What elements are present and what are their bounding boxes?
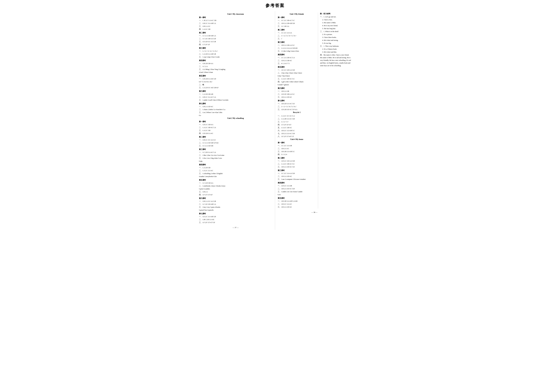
answer-line: 二、1.D 2.A 3.B 4.C <box>278 59 316 62</box>
answer-line: 一、1.B 2.B 3.A 4.B 5.A 6.B <box>278 200 316 203</box>
answer-line: 5.pens 6.candies <box>199 188 272 190</box>
lesson-title: 第五课时 <box>199 75 272 77</box>
lesson-title: 第一课时 <box>278 141 316 144</box>
answer-line: 四、1.D 2.B 3.A 4.C <box>199 132 272 135</box>
answer-line: 二、1.C 2.E 3.B 4.A 5.D <box>199 37 272 40</box>
page-title: 参考答案 <box>198 3 352 8</box>
right-page: Unit 3 My friends 第一课时一、1.C 2.C 3.B 4.C … <box>275 11 352 230</box>
answer-line: 二、1.notebooks 2.keys 3.books 4.toys <box>199 185 272 187</box>
right-col-main: Unit 3 My friends 第一课时一、1.C 2.C 3.B 4.C … <box>278 13 318 209</box>
appendix-item: 2. I have a box. <box>320 18 351 21</box>
lesson-title: 第五课时 <box>199 179 272 181</box>
answer-line: 一、1.C 2.C 3.B 4.C 5.C <box>278 19 316 22</box>
answer-line: 6.on <box>278 193 316 196</box>
right-page-num: — 38 — <box>278 211 351 213</box>
answer-line: 二、1.C 2.A 3.D 4.B 5.F 6.E <box>199 141 272 144</box>
unit3-content: 第一课时一、1.C 2.C 3.B 4.C 5.C二、1.B 2.A 3.B 4… <box>278 16 316 111</box>
lesson-title: 第三课时 <box>199 47 272 49</box>
answer-line: 6.has 7.has 8.have <box>278 75 316 77</box>
answer-line: 三、1.A 2.C 3.B <box>199 129 272 132</box>
answer-line: 三、1.B 2.A 3.D 4.C 5.E <box>278 166 316 168</box>
appendix-item: 一、1. Let's go and see. <box>320 15 351 18</box>
answer-line: 6.pig <box>199 160 272 162</box>
answer-line: 三、1.√ 2.× 3.× <box>278 120 316 123</box>
answer-line: 二、1.B 2.C 3.A 4.C 5.A <box>199 96 272 98</box>
recycle1-title: Recycle 1 <box>278 111 316 113</box>
answer-line: 三、1.use 2.computer 3.Excuse 4.student <box>278 178 316 181</box>
unit1-title: Unit 1 My classroom <box>199 13 272 15</box>
answer-line: 一、1.B 2.D 3.A 4.C 5.E <box>278 102 316 105</box>
answer-line: 二、1.A 2.C 3.B 4.C 5.C <box>278 163 316 165</box>
appendix-column: 附：听力材料 一、1. Let's go and see. 2. I have … <box>318 13 351 209</box>
answer-line: 三、1.B 2.A 3.D 4.C <box>278 206 316 208</box>
left-page-num: — 37 — <box>199 226 272 229</box>
answer-line: 三、1.schoolbag 2.white 3.English <box>199 172 272 175</box>
unit1-content: 第一课时一、1. B 2.C 3.A 4.C 5.B二、1.B 2.C 3.A … <box>199 16 272 117</box>
answer-line: 六、1.B 2.C 3.A 4.B 5.C <box>278 129 316 132</box>
answer-line: 二、1.A 2.B 3.A 4.B 5.B <box>199 53 272 55</box>
lesson-title: 第四课时 <box>278 54 316 56</box>
answer-line: 5.pencil box 6.pencils <box>199 209 272 211</box>
answer-line: 三、1.Li Ming 2.Xiao Tong 3.Lingling <box>199 68 272 71</box>
answer-line: 一、1.H 2.B 3.A 4.E 5.D <box>199 77 272 80</box>
answer-line: 四、1.T 2.F 3.F <box>199 43 272 46</box>
lesson-title: 第五课时 <box>278 66 316 68</box>
lesson-title: 第六课时 <box>199 90 272 92</box>
answer-line: 二、1.B 2.A 3.B 4.B 5.B <box>278 22 316 25</box>
answer-line: 三、1.B 2.A <box>199 190 272 193</box>
answer-line: 三、1.in 2.Where 3.on 4.fan 5.this <box>199 111 272 114</box>
answer-line: 四、1.T 2.F 3.F 4.T <box>278 123 316 126</box>
answer-line: 二、1.chairs 2.desks 3.a 4.teacher's 5.a <box>199 108 272 111</box>
answer-line: 一、1.√ 2.× 3.× 4.× 5.√ 6.√ <box>199 50 272 52</box>
answer-line: 三、1.D 2.B 3.E 4.C 5.F 6.A <box>278 108 316 111</box>
lesson-title: 第四课时 <box>199 163 272 166</box>
lesson-title: 第七课时 <box>199 102 272 105</box>
answer-line: 一、1.B 2.A 3.D 4.C <box>199 105 272 108</box>
answer-line: 二、1.A 2.B 3.A 4.C 5.B <box>278 118 316 120</box>
answer-line: 一、1.C 2.C 3.A 4.B <box>278 144 316 147</box>
appendix-item: 5. It's too big. <box>320 42 351 45</box>
answer-line: 6.F 7.C 8.I 9.G 10.J <box>199 80 272 83</box>
appendix-item: 2. It's a Chinese book. <box>320 48 351 50</box>
answer-line: 6.a <box>199 114 272 117</box>
answer-line: 二、1.has 2.has 3.have 4.has 5.have <box>278 72 316 74</box>
answer-line: 一、1.E 2.C 3.D 4.A 5.B <box>278 69 316 71</box>
answer-line: 三、1.B 2.A 3.D 4.C <box>278 96 316 98</box>
answer-line: 4.Jack 5.Peter 6.Sam <box>199 71 272 74</box>
answer-line: 一、1.E 2.C 3.A 4.B 5.D <box>199 215 272 218</box>
answer-line: 一、1.A 2.B 3.B <box>199 166 272 169</box>
lesson-title: 第二课时 <box>199 136 272 138</box>
answer-line: 一、1.B 2.C 3.C 4.A 5.C <box>199 139 272 141</box>
answer-line: 二、1.× 2.√ 3.√ 4.× 5.√ 6.× <box>278 35 316 37</box>
unit4-content: 第一课时一、1.C 2.C 3.A 4.B二、1.B 2.A 3.C三、1.B … <box>278 141 316 208</box>
answer-line: 三、√ <box>278 37 316 40</box>
answer-line: 三、1.C 2.B 3.A <box>278 25 316 28</box>
unit2-title: Unit 2 My schoolbag <box>199 117 272 119</box>
lesson-title: 第一课时 <box>199 16 272 19</box>
answer-line: 一、1.D 2.C 3.B 4.A <box>199 123 272 126</box>
answer-line: 三、1.five 2.six 3.big 4.kite 5.rice <box>199 157 272 160</box>
answer-line: 二、1.B 2.A 3.C <box>278 147 316 150</box>
answer-line: 二、1.B 2.A 3.E 4.C 5.D <box>278 187 316 190</box>
appendix-item: 4. He is my new friend. <box>320 24 351 27</box>
answer-line: 三、1.under 2.wall 3.fan 4.Where 5.in desk <box>199 99 272 101</box>
appendix-item: 三、1. This is my bedroom. <box>320 45 351 48</box>
lesson-title: 第七课时 <box>199 212 272 215</box>
lesson-title: 第二课时 <box>278 157 316 159</box>
answer-line: 一、1.A 2.B 3.B 4.B <box>199 93 272 96</box>
answer-line: 一、1.C 2.C 3.A 4.A 5.B <box>278 172 316 175</box>
answer-line: 四、1.girl 2.Her 3.thin 4.short 5.black <box>278 80 316 83</box>
answer-line: 二、1.B 2.C 3.A 4.C <box>278 203 316 205</box>
answer-line: 一、1.B 2.A 3.B 4.A 5.C <box>278 44 316 47</box>
lesson-title: 第六课时 <box>199 197 272 200</box>
answer-line: 四、1.F 2.T 3.T 4.F <box>199 193 272 196</box>
answer-line: 一、1.C 2.A 3.B 4.B 5.A <box>199 35 272 37</box>
answer-line: 一、1.C 2.D 3.B 4.A <box>199 182 272 184</box>
appendix-title: 附：听力材料 <box>320 13 351 15</box>
appendix-content: 一、1. Let's go and see. 2. I have a box. … <box>320 15 351 67</box>
answer-line: 一、1.B 2.A 3.C 4.A 5.B <box>199 200 272 203</box>
answer-line: 七、1.B 2.A 3.A 4.C 5.B <box>278 132 316 135</box>
appendix-item: 2. It's a picture. <box>320 33 351 36</box>
answer-line: 二、略 <box>199 83 272 86</box>
answer-line: 二、1.A 2.A 3.A 4.A 5.B 6.B <box>278 47 316 49</box>
